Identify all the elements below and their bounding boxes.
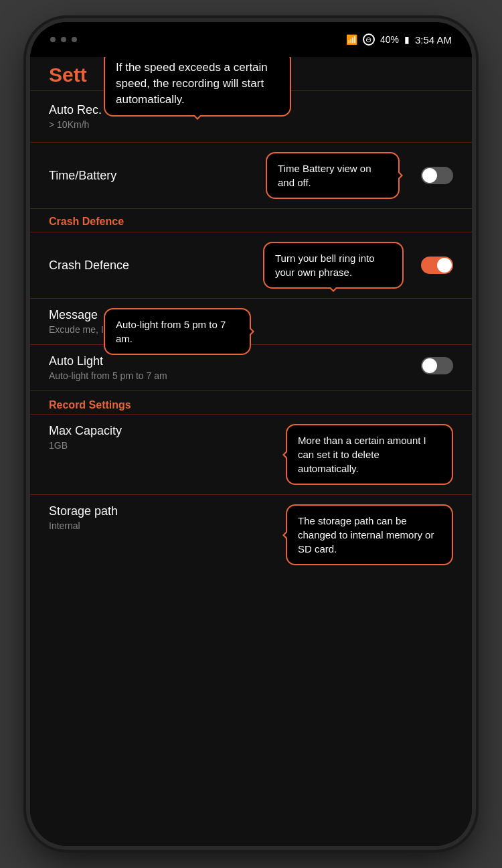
dot-2 <box>61 37 66 42</box>
wifi-icon: 📶 <box>346 34 357 45</box>
time-battery-item[interactable]: Time/Battery Time Battery view on and of… <box>30 143 472 208</box>
divider-3 <box>30 208 472 209</box>
storage-path-subtitle: Internal <box>49 520 118 531</box>
crash-tooltip: Turn your bell ring into your own phrase… <box>263 242 404 289</box>
crash-defence-section-label: Crash Defence <box>49 216 124 227</box>
speed-tooltip: If the speed exceeds a certain speed, th… <box>104 57 291 117</box>
time-battery-title: Time/Battery <box>49 169 116 183</box>
max-capacity-tooltip: More than a certain amount I can set it … <box>286 424 453 485</box>
auto-light-tooltip: Auto-light from 5 pm to 7 am. <box>104 308 251 355</box>
max-capacity-title: Max Capacity <box>49 424 122 438</box>
page-title: Sett <box>49 64 87 86</box>
status-dots <box>50 37 77 42</box>
storage-path-item[interactable]: Storage path Internal The storage path c… <box>30 495 472 575</box>
divider-7 <box>30 390 472 391</box>
auto-light-subtitle: Auto-light from 5 pm to 7 am <box>49 370 167 381</box>
crash-defence-toggle[interactable] <box>421 257 453 274</box>
battery-tooltip: Time Battery view on and off. <box>266 152 400 199</box>
message-item[interactable]: Message Excude me, I'll pass for a momen… <box>30 299 472 344</box>
screen-content: Sett If the speed exceeds a certain spee… <box>30 57 472 846</box>
storage-path-title: Storage path <box>49 504 118 518</box>
crash-defence-item[interactable]: Crash Defence Turn your bell ring into y… <box>30 232 472 298</box>
battery-text: 40% <box>380 34 399 45</box>
dot-1 <box>50 37 56 42</box>
storage-tooltip: The storage path can be changed to inter… <box>286 504 453 565</box>
phone-frame: 📶 ⊖ 40% ▮ 3:54 AM Sett If the speed exce… <box>30 22 472 846</box>
max-capacity-subtitle: 1GB <box>49 440 122 451</box>
auto-light-title: Auto Light <box>49 354 167 368</box>
status-bar: 📶 ⊖ 40% ▮ 3:54 AM <box>30 22 472 57</box>
status-right: 📶 ⊖ 40% ▮ 3:54 AM <box>346 33 452 46</box>
crash-defence-section-header: Crash Defence <box>30 209 472 232</box>
time-display: 3:54 AM <box>415 34 452 46</box>
dnd-icon: ⊖ <box>363 33 375 46</box>
auto-light-toggle[interactable] <box>421 357 453 374</box>
auto-rec-speed-subtitle: > 10Km/h <box>49 119 453 130</box>
main-scroll: Sett If the speed exceeds a certain spee… <box>30 57 472 846</box>
auto-light-item[interactable]: Auto Light Auto-light from 5 pm to 7 am … <box>30 345 472 390</box>
crash-defence-title: Crash Defence <box>49 259 129 273</box>
record-settings-label: Record Settings <box>49 399 131 411</box>
time-battery-toggle[interactable] <box>421 167 453 184</box>
max-capacity-item[interactable]: Max Capacity 1GB More than a certain amo… <box>30 415 472 494</box>
battery-icon: ▮ <box>404 34 410 45</box>
dot-3 <box>72 37 77 42</box>
record-settings-section-header: Record Settings <box>30 391 472 414</box>
